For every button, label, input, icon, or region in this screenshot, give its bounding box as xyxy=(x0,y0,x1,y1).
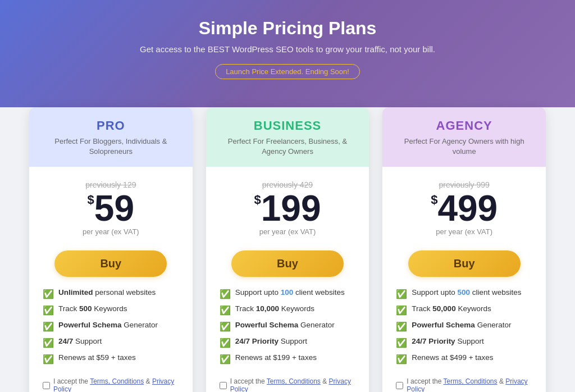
header-subtitle: Get access to the BEST WordPress SEO too… xyxy=(11,44,564,54)
pricing-card-agency: AGENCY Perfect For Agency Owners with hi… xyxy=(382,107,546,392)
feature-item: ✅ Powerful Schema Generator xyxy=(43,321,179,332)
plan-desc-pro: Perfect For Bloggers, Individuals & Solo… xyxy=(43,136,179,157)
feature-item: ✅ Powerful Schema Generator xyxy=(220,321,356,332)
feature-item: ✅ Powerful Schema Generator xyxy=(396,321,532,332)
plan-name-pro: PRO xyxy=(43,118,179,133)
feature-text: 24/7 Priority Support xyxy=(412,337,483,345)
price-amount-pro: 59 xyxy=(94,190,134,226)
feature-item: ✅ Unlimited personal websites xyxy=(43,288,179,299)
feature-item: ✅ Track 10,000 Keywords xyxy=(220,304,356,316)
price-section-agency: previously 999 $ 499 per year (ex VAT) xyxy=(382,172,546,247)
features-list-business: ✅ Support upto 100 client websites ✅ Tra… xyxy=(206,286,369,372)
features-list-pro: ✅ Unlimited personal websites ✅ Track 50… xyxy=(29,286,193,372)
feature-text: 24/7 Support xyxy=(58,337,102,345)
feature-text: Renews at $59 + taxes xyxy=(58,353,136,362)
price-row-business: $ 199 xyxy=(217,190,358,226)
terms-link-agency[interactable]: Terms, Conditions xyxy=(444,377,498,385)
launch-badge: Launch Price Extended. Ending Soon! xyxy=(215,64,360,79)
terms-link-pro[interactable]: Terms, Conditions xyxy=(90,377,144,385)
price-section-business: previously 429 $ 199 per year (ex VAT) xyxy=(206,172,369,247)
feature-text: Track 10,000 Keywords xyxy=(235,304,314,313)
plan-name-business: BUSINESS xyxy=(220,118,356,133)
check-icon: ✅ xyxy=(396,338,407,348)
price-dollar-business: $ xyxy=(254,194,261,206)
feature-text: Unlimited personal websites xyxy=(58,288,156,297)
feature-text: Powerful Schema Generator xyxy=(235,321,335,329)
terms-link-business[interactable]: Terms, Conditions xyxy=(267,377,321,385)
feature-item: ✅ Track 500 Keywords xyxy=(43,304,179,316)
buy-button-pro[interactable]: Buy xyxy=(54,250,167,277)
feature-text: Renews at $499 + taxes xyxy=(412,353,493,362)
buy-button-agency[interactable]: Buy xyxy=(408,250,521,277)
feature-item: ✅ 24/7 Priority Support xyxy=(396,337,532,348)
price-row-pro: $ 59 xyxy=(40,190,181,226)
feature-text: Renews at $199 + taxes xyxy=(235,353,317,362)
feature-item: ✅ Renews at $199 + taxes xyxy=(220,353,356,364)
check-icon: ✅ xyxy=(220,321,231,332)
features-list-agency: ✅ Support upto 500 client websites ✅ Tra… xyxy=(382,286,546,372)
page-title: Simple Pricing Plans xyxy=(11,18,564,39)
header-section: Simple Pricing Plans Get access to the B… xyxy=(0,0,575,107)
terms-checkbox-agency[interactable] xyxy=(396,382,403,389)
card-header-agency: AGENCY Perfect For Agency Owners with hi… xyxy=(382,107,546,167)
check-icon: ✅ xyxy=(43,305,54,316)
feature-text: Support upto 100 client websites xyxy=(235,288,345,297)
buy-button-business[interactable]: Buy xyxy=(231,250,344,277)
price-period-business: per year (ex VAT) xyxy=(217,227,358,236)
price-section-pro: previously 129 $ 59 per year (ex VAT) xyxy=(29,172,193,247)
terms-text-agency: I accept the Terms, Conditions & Privacy… xyxy=(407,377,532,392)
plan-desc-agency: Perfect For Agency Owners with high volu… xyxy=(396,136,532,157)
price-dollar-pro: $ xyxy=(88,194,94,206)
price-amount-business: 199 xyxy=(261,190,321,226)
check-icon: ✅ xyxy=(396,305,407,316)
feature-text: 24/7 Priority Support xyxy=(235,337,307,345)
price-period-pro: per year (ex VAT) xyxy=(40,227,181,236)
terms-row-pro: I accept the Terms, Conditions & Privacy… xyxy=(29,372,193,392)
feature-item: ✅ Track 50,000 Keywords xyxy=(396,304,532,316)
check-icon: ✅ xyxy=(43,354,54,364)
price-dollar-agency: $ xyxy=(431,194,437,206)
feature-item: ✅ 24/7 Support xyxy=(43,337,179,348)
price-amount-agency: 499 xyxy=(437,190,498,226)
feature-item: ✅ Renews at $499 + taxes xyxy=(396,353,532,364)
terms-checkbox-business[interactable] xyxy=(220,382,227,389)
feature-text: Track 500 Keywords xyxy=(58,304,127,313)
plan-name-agency: AGENCY xyxy=(396,118,532,133)
card-header-pro: PRO Perfect For Bloggers, Individuals & … xyxy=(29,107,193,167)
terms-text-business: I accept the Terms, Conditions & Privacy… xyxy=(230,377,356,392)
check-icon: ✅ xyxy=(396,354,407,364)
check-icon: ✅ xyxy=(396,321,407,332)
check-icon: ✅ xyxy=(43,338,54,348)
feature-item: ✅ 24/7 Priority Support xyxy=(220,337,356,348)
terms-text-pro: I accept the Terms, Conditions & Privacy… xyxy=(53,377,179,392)
feature-item: ✅ Support upto 100 client websites xyxy=(220,288,356,299)
price-row-agency: $ 499 xyxy=(394,190,535,226)
terms-row-business: I accept the Terms, Conditions & Privacy… xyxy=(206,372,369,392)
terms-checkbox-pro[interactable] xyxy=(43,382,50,389)
feature-text: Support upto 500 client websites xyxy=(412,288,521,297)
plan-desc-business: Perfect For Freelancers, Business, & Age… xyxy=(220,136,356,157)
pricing-cards: PRO Perfect For Bloggers, Individuals & … xyxy=(0,96,575,392)
check-icon: ✅ xyxy=(220,338,231,348)
pricing-card-business: BUSINESS Perfect For Freelancers, Busine… xyxy=(206,107,369,392)
pricing-card-pro: PRO Perfect For Bloggers, Individuals & … xyxy=(29,107,193,392)
check-icon: ✅ xyxy=(43,321,54,332)
feature-text: Powerful Schema Generator xyxy=(58,321,158,329)
feature-text: Powerful Schema Generator xyxy=(412,321,511,329)
check-icon: ✅ xyxy=(220,305,231,316)
check-icon: ✅ xyxy=(396,289,407,299)
page-wrapper: Simple Pricing Plans Get access to the B… xyxy=(0,0,575,392)
check-icon: ✅ xyxy=(220,354,231,364)
card-header-business: BUSINESS Perfect For Freelancers, Busine… xyxy=(206,107,369,167)
check-icon: ✅ xyxy=(43,289,54,299)
check-icon: ✅ xyxy=(220,289,231,299)
terms-row-agency: I accept the Terms, Conditions & Privacy… xyxy=(382,372,546,392)
feature-item: ✅ Support upto 500 client websites xyxy=(396,288,532,299)
feature-item: ✅ Renews at $59 + taxes xyxy=(43,353,179,364)
feature-text: Track 50,000 Keywords xyxy=(412,304,491,313)
price-period-agency: per year (ex VAT) xyxy=(394,227,535,236)
